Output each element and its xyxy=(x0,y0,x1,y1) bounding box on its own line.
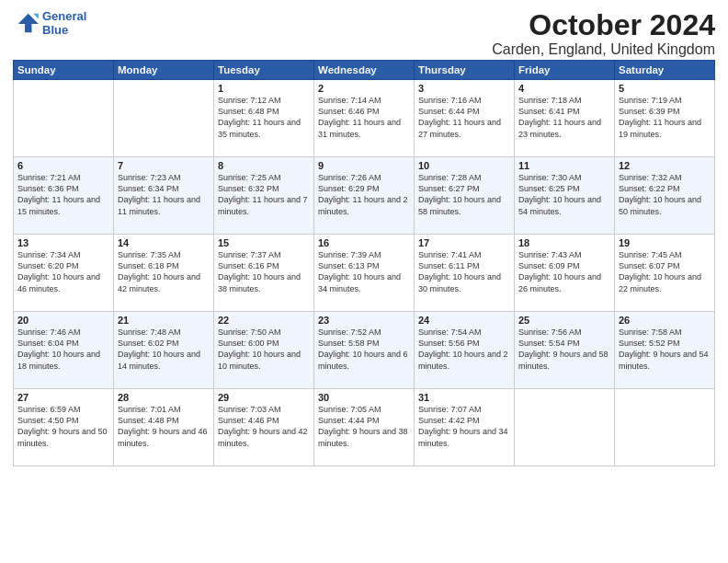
cell-4-1: 20Sunrise: 7:46 AM Sunset: 6:04 PM Dayli… xyxy=(14,312,114,389)
cell-content: Sunrise: 7:45 AM Sunset: 6:07 PM Dayligh… xyxy=(619,249,711,294)
day-number: 20 xyxy=(17,315,109,326)
cell-1-3: 1Sunrise: 7:12 AM Sunset: 6:48 PM Daylig… xyxy=(214,80,314,157)
cell-3-6: 18Sunrise: 7:43 AM Sunset: 6:09 PM Dayli… xyxy=(515,235,615,312)
cell-3-1: 13Sunrise: 7:34 AM Sunset: 6:20 PM Dayli… xyxy=(14,235,114,312)
cell-content: Sunrise: 7:23 AM Sunset: 6:34 PM Dayligh… xyxy=(118,172,210,217)
cell-1-5: 3Sunrise: 7:16 AM Sunset: 6:44 PM Daylig… xyxy=(415,80,515,157)
cell-content: Sunrise: 7:01 AM Sunset: 4:48 PM Dayligh… xyxy=(118,404,210,449)
day-number: 4 xyxy=(518,83,610,94)
cell-content: Sunrise: 7:16 AM Sunset: 6:44 PM Dayligh… xyxy=(418,95,510,140)
cell-5-6 xyxy=(515,389,615,466)
day-number: 27 xyxy=(17,392,109,403)
cell-3-3: 15Sunrise: 7:37 AM Sunset: 6:16 PM Dayli… xyxy=(214,235,314,312)
location-title: Carden, England, United Kingdom xyxy=(492,41,715,58)
cell-content: Sunrise: 7:43 AM Sunset: 6:09 PM Dayligh… xyxy=(518,249,610,294)
day-number: 18 xyxy=(518,237,610,248)
cell-content: Sunrise: 7:12 AM Sunset: 6:48 PM Dayligh… xyxy=(218,95,310,140)
cell-content: Sunrise: 7:18 AM Sunset: 6:41 PM Dayligh… xyxy=(518,95,610,140)
cell-3-4: 16Sunrise: 7:39 AM Sunset: 6:13 PM Dayli… xyxy=(314,235,415,312)
day-number: 1 xyxy=(218,83,310,94)
cell-2-3: 8Sunrise: 7:25 AM Sunset: 6:32 PM Daylig… xyxy=(214,157,314,235)
cell-content: Sunrise: 7:28 AM Sunset: 6:27 PM Dayligh… xyxy=(418,172,510,217)
col-header-sunday: Sunday xyxy=(14,61,114,80)
day-number: 24 xyxy=(418,315,510,326)
title-block: October 2024 Carden, England, United Kin… xyxy=(492,9,715,58)
day-number: 3 xyxy=(418,83,510,94)
col-header-thursday: Thursday xyxy=(415,61,515,80)
logo-icon xyxy=(13,12,39,34)
day-number: 15 xyxy=(218,237,310,248)
week-row-1: 1Sunrise: 7:12 AM Sunset: 6:48 PM Daylig… xyxy=(14,80,715,157)
cell-2-2: 7Sunrise: 7:23 AM Sunset: 6:34 PM Daylig… xyxy=(114,157,214,235)
cell-1-4: 2Sunrise: 7:14 AM Sunset: 6:46 PM Daylig… xyxy=(314,80,415,157)
col-header-monday: Monday xyxy=(114,61,214,80)
cell-5-2: 28Sunrise: 7:01 AM Sunset: 4:48 PM Dayli… xyxy=(114,389,214,466)
month-title: October 2024 xyxy=(492,9,715,41)
cell-4-3: 22Sunrise: 7:50 AM Sunset: 6:00 PM Dayli… xyxy=(214,312,314,389)
col-header-tuesday: Tuesday xyxy=(214,61,314,80)
day-number: 21 xyxy=(118,315,210,326)
cell-5-3: 29Sunrise: 7:03 AM Sunset: 4:46 PM Dayli… xyxy=(214,389,314,466)
day-number: 16 xyxy=(318,237,410,248)
cell-content: Sunrise: 7:50 AM Sunset: 6:00 PM Dayligh… xyxy=(218,327,310,372)
day-number: 2 xyxy=(318,83,410,94)
cell-3-7: 19Sunrise: 7:45 AM Sunset: 6:07 PM Dayli… xyxy=(615,235,715,312)
cell-content: Sunrise: 7:52 AM Sunset: 5:58 PM Dayligh… xyxy=(318,327,410,372)
day-number: 26 xyxy=(619,315,711,326)
day-number: 28 xyxy=(118,392,210,403)
cell-content: Sunrise: 7:32 AM Sunset: 6:22 PM Dayligh… xyxy=(619,172,711,217)
page: General Blue October 2024 Carden, Englan… xyxy=(0,0,728,472)
day-number: 17 xyxy=(418,237,510,248)
week-row-4: 20Sunrise: 7:46 AM Sunset: 6:04 PM Dayli… xyxy=(14,312,715,389)
cell-1-6: 4Sunrise: 7:18 AM Sunset: 6:41 PM Daylig… xyxy=(515,80,615,157)
cell-2-1: 6Sunrise: 7:21 AM Sunset: 6:36 PM Daylig… xyxy=(14,157,114,235)
week-row-3: 13Sunrise: 7:34 AM Sunset: 6:20 PM Dayli… xyxy=(14,235,715,312)
day-number: 29 xyxy=(218,392,310,403)
col-header-saturday: Saturday xyxy=(615,61,715,80)
day-number: 30 xyxy=(318,392,410,403)
day-number: 11 xyxy=(518,160,610,171)
cell-4-5: 24Sunrise: 7:54 AM Sunset: 5:56 PM Dayli… xyxy=(415,312,515,389)
day-number: 10 xyxy=(418,160,510,171)
cell-1-2 xyxy=(114,80,214,157)
cell-content: Sunrise: 7:41 AM Sunset: 6:11 PM Dayligh… xyxy=(418,249,510,294)
cell-content: Sunrise: 7:37 AM Sunset: 6:16 PM Dayligh… xyxy=(218,249,310,294)
logo: General Blue xyxy=(13,9,86,37)
cell-2-4: 9Sunrise: 7:26 AM Sunset: 6:29 PM Daylig… xyxy=(314,157,415,235)
cell-content: Sunrise: 7:19 AM Sunset: 6:39 PM Dayligh… xyxy=(619,95,711,140)
cell-content: Sunrise: 7:14 AM Sunset: 6:46 PM Dayligh… xyxy=(318,95,410,140)
cell-5-7 xyxy=(615,389,715,466)
week-row-5: 27Sunrise: 6:59 AM Sunset: 4:50 PM Dayli… xyxy=(14,389,715,466)
logo-text: General Blue xyxy=(42,9,86,37)
cell-content: Sunrise: 7:35 AM Sunset: 6:18 PM Dayligh… xyxy=(118,249,210,294)
day-number: 8 xyxy=(218,160,310,171)
header: General Blue October 2024 Carden, Englan… xyxy=(13,9,715,58)
cell-4-4: 23Sunrise: 7:52 AM Sunset: 5:58 PM Dayli… xyxy=(314,312,415,389)
cell-content: Sunrise: 7:21 AM Sunset: 6:36 PM Dayligh… xyxy=(17,172,109,217)
calendar-table: SundayMondayTuesdayWednesdayThursdayFrid… xyxy=(13,60,715,466)
week-row-2: 6Sunrise: 7:21 AM Sunset: 6:36 PM Daylig… xyxy=(14,157,715,235)
cell-3-2: 14Sunrise: 7:35 AM Sunset: 6:18 PM Dayli… xyxy=(114,235,214,312)
day-number: 25 xyxy=(518,315,610,326)
day-number: 9 xyxy=(318,160,410,171)
day-number: 19 xyxy=(619,237,711,248)
cell-content: Sunrise: 7:07 AM Sunset: 4:42 PM Dayligh… xyxy=(418,404,510,449)
col-header-wednesday: Wednesday xyxy=(314,61,415,80)
cell-3-5: 17Sunrise: 7:41 AM Sunset: 6:11 PM Dayli… xyxy=(415,235,515,312)
cell-1-1 xyxy=(14,80,114,157)
day-number: 12 xyxy=(619,160,711,171)
cell-content: Sunrise: 7:39 AM Sunset: 6:13 PM Dayligh… xyxy=(318,249,410,294)
day-number: 22 xyxy=(218,315,310,326)
cell-content: Sunrise: 7:25 AM Sunset: 6:32 PM Dayligh… xyxy=(218,172,310,217)
cell-4-2: 21Sunrise: 7:48 AM Sunset: 6:02 PM Dayli… xyxy=(114,312,214,389)
cell-4-7: 26Sunrise: 7:58 AM Sunset: 5:52 PM Dayli… xyxy=(615,312,715,389)
cell-4-6: 25Sunrise: 7:56 AM Sunset: 5:54 PM Dayli… xyxy=(515,312,615,389)
cell-content: Sunrise: 7:48 AM Sunset: 6:02 PM Dayligh… xyxy=(118,327,210,372)
svg-marker-1 xyxy=(33,14,39,19)
day-number: 5 xyxy=(619,83,711,94)
day-number: 23 xyxy=(318,315,410,326)
cell-content: Sunrise: 7:58 AM Sunset: 5:52 PM Dayligh… xyxy=(619,327,711,372)
cell-content: Sunrise: 7:05 AM Sunset: 4:44 PM Dayligh… xyxy=(318,404,410,449)
cell-content: Sunrise: 7:03 AM Sunset: 4:46 PM Dayligh… xyxy=(218,404,310,449)
svg-marker-0 xyxy=(18,14,39,32)
